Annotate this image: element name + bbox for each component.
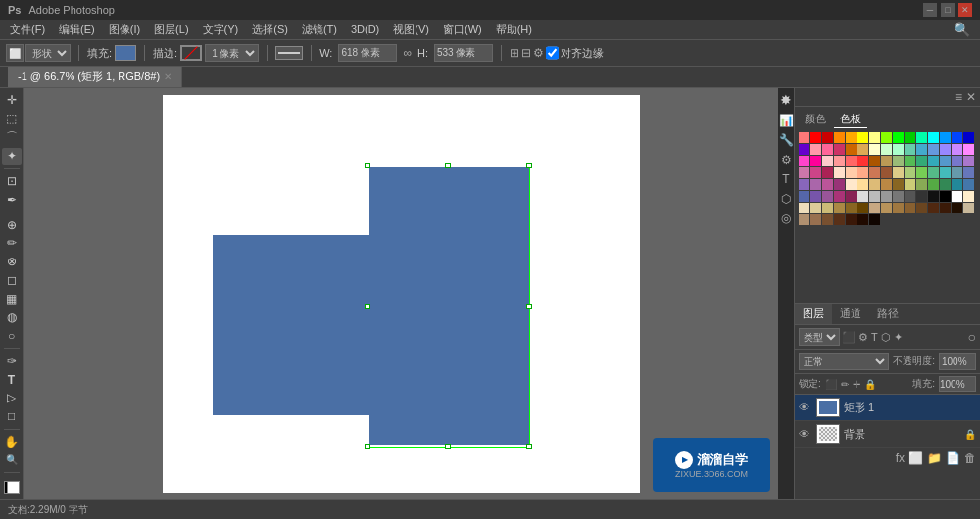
swatch[interactable] bbox=[822, 179, 833, 190]
swatch[interactable] bbox=[928, 203, 939, 213]
swatch[interactable] bbox=[810, 132, 821, 143]
swatch[interactable] bbox=[834, 214, 845, 225]
swatch[interactable] bbox=[881, 156, 892, 166]
handle-mr[interactable] bbox=[526, 304, 532, 309]
swatch[interactable] bbox=[858, 167, 868, 178]
swatch[interactable] bbox=[799, 132, 809, 143]
swatch[interactable] bbox=[822, 214, 833, 225]
path-select-tool[interactable]: ▷ bbox=[2, 390, 22, 406]
swatch[interactable] bbox=[952, 156, 962, 166]
zoom-tool[interactable]: 🔍 bbox=[2, 452, 22, 469]
swatch[interactable] bbox=[858, 144, 868, 155]
swatch[interactable] bbox=[869, 191, 880, 202]
add-style-icon[interactable]: fx bbox=[896, 451, 905, 465]
background-color[interactable] bbox=[7, 481, 20, 494]
move-tool[interactable]: ✛ bbox=[2, 92, 22, 109]
filter-adjust-icon[interactable]: ⚙ bbox=[858, 331, 868, 344]
handle-bm[interactable] bbox=[445, 444, 451, 449]
swatch[interactable] bbox=[799, 203, 809, 213]
select-rect-tool[interactable]: ⬚ bbox=[2, 111, 22, 127]
swatch[interactable] bbox=[834, 191, 845, 202]
stroke-color-swatch[interactable] bbox=[180, 45, 202, 61]
magic-wand-tool[interactable]: ✦ bbox=[2, 148, 22, 165]
swatch[interactable] bbox=[869, 214, 880, 225]
layer-type-select[interactable]: 类型 bbox=[799, 328, 840, 346]
panel-icon-tools[interactable]: 🔧 bbox=[779, 133, 794, 147]
handle-br[interactable] bbox=[526, 444, 532, 449]
swatch[interactable] bbox=[869, 179, 880, 190]
panel-icon-misc[interactable]: ◎ bbox=[781, 212, 791, 225]
handle-tl[interactable] bbox=[365, 163, 370, 168]
swatch[interactable] bbox=[846, 214, 857, 225]
arrange-icon[interactable]: ⚙ bbox=[533, 46, 544, 60]
swatch[interactable] bbox=[822, 203, 833, 213]
swatch[interactable] bbox=[963, 144, 974, 155]
swatch[interactable] bbox=[799, 144, 809, 155]
swatch[interactable] bbox=[834, 144, 845, 155]
swatch[interactable] bbox=[834, 156, 845, 166]
swatch[interactable] bbox=[928, 167, 939, 178]
lock-transparent-icon[interactable]: ⬛ bbox=[825, 379, 837, 390]
swatch[interactable] bbox=[810, 203, 821, 213]
swatch[interactable] bbox=[905, 191, 915, 202]
eraser-tool[interactable]: ◻ bbox=[2, 272, 22, 289]
clone-tool[interactable]: ⊗ bbox=[2, 254, 22, 270]
swatch[interactable] bbox=[858, 132, 868, 143]
swatch[interactable] bbox=[893, 203, 904, 213]
filter-shape-icon[interactable]: ⬡ bbox=[881, 331, 891, 344]
swatch[interactable] bbox=[846, 179, 857, 190]
swatch[interactable] bbox=[952, 167, 962, 178]
swatch[interactable] bbox=[834, 132, 845, 143]
swatch[interactable] bbox=[893, 132, 904, 143]
canvas[interactable] bbox=[163, 95, 640, 493]
menu-filter[interactable]: 滤镜(T) bbox=[296, 21, 343, 39]
handle-ml[interactable] bbox=[365, 304, 370, 309]
menu-file[interactable]: 文件(F) bbox=[4, 21, 51, 39]
swatch[interactable] bbox=[916, 179, 927, 190]
swatch[interactable] bbox=[810, 191, 821, 202]
swatch[interactable] bbox=[940, 203, 951, 213]
crop-tool[interactable]: ⊡ bbox=[2, 173, 22, 190]
swatch[interactable] bbox=[858, 156, 868, 166]
swatch[interactable] bbox=[952, 203, 962, 213]
layer-item-rect1[interactable]: 👁 矩形 1 bbox=[795, 395, 980, 421]
swatch[interactable] bbox=[881, 203, 892, 213]
menu-window[interactable]: 窗口(W) bbox=[437, 21, 488, 39]
panel-icon-star[interactable]: ✸ bbox=[780, 92, 792, 108]
swatch[interactable] bbox=[940, 179, 951, 190]
swatch[interactable] bbox=[940, 156, 951, 166]
lock-position-icon[interactable]: ✛ bbox=[853, 379, 860, 390]
swatch[interactable] bbox=[881, 191, 892, 202]
new-layer-icon[interactable]: 📄 bbox=[946, 451, 960, 465]
swatch[interactable] bbox=[858, 203, 868, 213]
menu-image[interactable]: 图像(I) bbox=[103, 21, 146, 39]
layer-item-background[interactable]: 👁 背景 🔒 bbox=[795, 421, 980, 448]
shape-type-select[interactable]: 形状 bbox=[25, 44, 71, 62]
menu-layer[interactable]: 图层(L) bbox=[148, 21, 194, 39]
swatch[interactable] bbox=[881, 144, 892, 155]
tab-paths[interactable]: 路径 bbox=[869, 304, 906, 324]
handle-tr[interactable] bbox=[526, 163, 532, 168]
swatch[interactable] bbox=[952, 179, 962, 190]
layer-visibility-icon[interactable]: 👁 bbox=[799, 401, 812, 413]
tab-close-icon[interactable]: ✕ bbox=[164, 71, 172, 82]
swatch[interactable] bbox=[846, 191, 857, 202]
menu-edit[interactable]: 编辑(E) bbox=[53, 21, 101, 39]
swatch[interactable] bbox=[952, 191, 962, 202]
swatch[interactable] bbox=[810, 179, 821, 190]
lock-image-icon[interactable]: ✏ bbox=[841, 379, 849, 390]
blend-mode-select[interactable]: 正常 bbox=[799, 353, 889, 370]
swatch[interactable] bbox=[799, 179, 809, 190]
handle-bl[interactable] bbox=[365, 444, 370, 449]
layer-visibility-icon[interactable]: 👁 bbox=[799, 428, 812, 440]
brush-tool[interactable]: ✏ bbox=[2, 235, 22, 252]
swatch[interactable] bbox=[916, 144, 927, 155]
swatch[interactable] bbox=[810, 144, 821, 155]
width-input[interactable] bbox=[338, 44, 397, 62]
delete-layer-icon[interactable]: 🗑 bbox=[964, 451, 976, 465]
panel-icon-3d[interactable]: ⬡ bbox=[781, 192, 791, 206]
gradient-tool[interactable]: ▦ bbox=[2, 291, 22, 307]
swatch[interactable] bbox=[963, 156, 974, 166]
swatch[interactable] bbox=[822, 191, 833, 202]
swatch[interactable] bbox=[905, 144, 915, 155]
